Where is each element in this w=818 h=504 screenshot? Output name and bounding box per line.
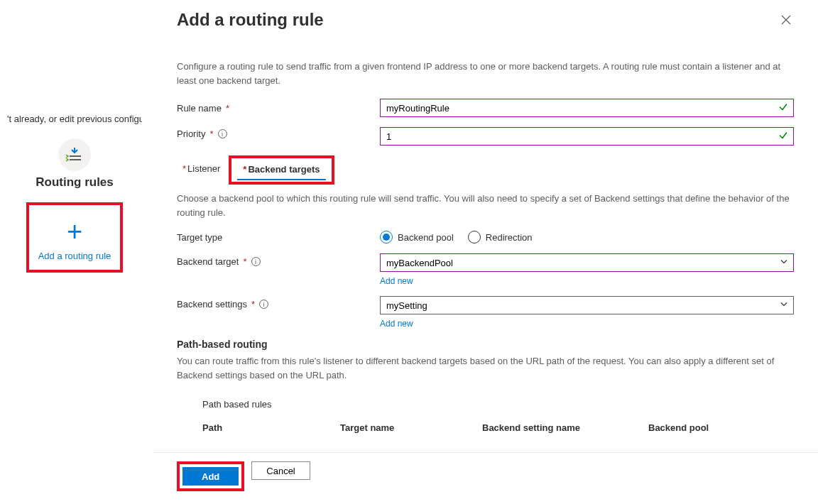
backend-settings-label: Backend settings * i (177, 296, 380, 309)
col-target-name: Target name (340, 422, 475, 433)
add-routing-rule-card[interactable]: + Add a routing rule (26, 202, 123, 273)
panel-title: Add a routing rule (177, 10, 324, 30)
routing-rules-icon (58, 138, 91, 171)
tab-backend-targets[interactable]: *Backend targets (237, 161, 325, 180)
backend-target-select[interactable]: myBackendPool (380, 253, 794, 272)
plus-icon: + (67, 218, 82, 245)
backend-target-label: Backend target * i (177, 253, 380, 267)
routing-rule-panel: Add a routing rule Configure a routing r… (153, 0, 818, 504)
routing-rules-title: Routing rules (7, 175, 142, 190)
col-backend-setting: Backend setting name (482, 422, 641, 433)
tab-listener[interactable]: *Listener (177, 160, 226, 180)
rule-name-label: Rule name * (177, 103, 380, 114)
background-hint-text: 't already, or edit previous configura (7, 114, 142, 124)
rule-name-input[interactable] (380, 99, 794, 117)
panel-header: Add a routing rule (153, 0, 818, 35)
background-page: 't already, or edit previous configura R… (0, 106, 149, 280)
radio-redirection[interactable]: Redirection (468, 231, 533, 243)
backend-settings-add-new[interactable]: Add new (380, 319, 794, 329)
path-routing-desc: You can route traffic from this rule's l… (177, 354, 794, 382)
info-icon[interactable]: i (218, 129, 227, 138)
tabs: *Listener *Backend targets (177, 155, 794, 185)
tab-intro: Choose a backend pool to which this rout… (177, 192, 794, 219)
close-button[interactable] (778, 10, 794, 31)
panel-body: Configure a routing rule to send traffic… (153, 35, 818, 452)
add-button[interactable]: Add (182, 467, 239, 486)
backend-target-add-new[interactable]: Add new (380, 276, 794, 286)
info-icon[interactable]: i (259, 300, 268, 309)
col-path: Path (202, 422, 333, 433)
path-rules-table: Path based rules Path Target name Backen… (202, 399, 794, 433)
priority-label: Priority * i (177, 127, 380, 139)
info-icon[interactable]: i (251, 257, 261, 266)
radio-checked-icon (380, 231, 393, 243)
add-routing-rule-label: Add a routing rule (38, 251, 111, 261)
cancel-button[interactable]: Cancel (251, 461, 310, 480)
radio-backend-pool[interactable]: Backend pool (380, 231, 454, 243)
panel-intro: Configure a routing rule to send traffic… (177, 60, 794, 87)
backend-settings-select[interactable]: mySetting (380, 296, 794, 314)
col-backend-pool: Backend pool (648, 422, 755, 433)
path-routing-title: Path-based routing (177, 339, 794, 350)
priority-input[interactable] (380, 127, 794, 146)
close-icon (781, 15, 791, 25)
panel-footer: Add Cancel (153, 452, 818, 504)
target-type-label: Target type (177, 232, 380, 243)
radio-unchecked-icon (468, 231, 481, 243)
path-rules-table-title: Path based rules (202, 399, 794, 410)
